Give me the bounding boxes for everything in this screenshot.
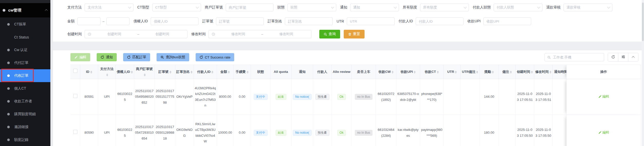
col-id[interactable]: ID	[80, 65, 98, 79]
column-label: 付款人	[317, 70, 327, 74]
col-payer_id[interactable]: 付款人ID	[194, 65, 217, 79]
sort-icon[interactable]	[510, 70, 512, 74]
sort-icon[interactable]	[191, 70, 193, 74]
sort-icon[interactable]	[414, 70, 416, 74]
column-label: 債權人ID	[117, 70, 130, 74]
match-order-button[interactable]: 匹配訂單	[123, 53, 150, 61]
refresh-icon-button[interactable]	[608, 53, 618, 61]
query-button[interactable]: 查询	[319, 30, 340, 38]
sidebar-item-pay-orders[interactable]: 代付訂單	[0, 56, 50, 69]
column-label: 支付方法	[100, 67, 114, 71]
sidebar-menu-header[interactable]: cw管理	[0, 3, 50, 17]
sidebar-item-quota-record[interactable]: 額度記錄	[0, 133, 50, 146]
col-utr_note[interactable]: UTR備注	[461, 65, 480, 79]
col-order_no[interactable]: 訂單號	[155, 65, 175, 79]
bullet-icon	[7, 49, 10, 51]
in_bus-tag: no In Bus	[355, 94, 373, 100]
sort-icon[interactable]	[131, 70, 133, 74]
sliders-icon-button[interactable]	[618, 53, 628, 61]
row-checkbox[interactable]	[73, 130, 77, 134]
col-note[interactable]: 備注	[499, 65, 516, 79]
edit-link[interactable]: 編輯	[598, 130, 609, 135]
col-recv_cw[interactable]: 收款CW	[376, 65, 396, 79]
col-notice: 通知	[292, 65, 313, 79]
filter-payer-status: 付款人狀態付款人狀態	[473, 4, 542, 11]
notice-select[interactable]: 通知	[350, 4, 399, 11]
sliders-icon	[621, 55, 625, 60]
col-recv_upi[interactable]: 收款UPI	[396, 65, 420, 79]
sort-icon[interactable]	[247, 70, 249, 74]
collapse-icon-button[interactable]	[628, 53, 638, 61]
ct-success-rate-button[interactable]: CT Success rate	[196, 53, 234, 61]
col-merchant_order_no[interactable]: 商戶訂單號	[134, 65, 155, 79]
status-select[interactable]: 狀態	[287, 4, 336, 11]
sort-icon[interactable]	[549, 70, 551, 74]
select-all-checkbox[interactable]	[73, 69, 77, 73]
modify-time-range-picker[interactable]: 修改时间–修改时间	[208, 30, 311, 38]
sort-icon[interactable]	[437, 70, 439, 74]
merchant-order-no-input[interactable]	[229, 6, 270, 9]
sort-icon[interactable]	[106, 73, 108, 77]
status-tag: 支付中	[254, 130, 268, 136]
sidebar-nav: CT賬單Ct StatusCw 认证代付訂單代收訂單個人CT收款工作者購買額度明…	[0, 17, 50, 146]
filter-label: 修改时间	[191, 32, 206, 36]
sidebar-item-personal-ct[interactable]: 個人CT	[0, 82, 50, 95]
sort-icon[interactable]	[169, 70, 171, 74]
query-bus-status-button[interactable]: 查詢bus狀態	[157, 53, 189, 61]
col-utr[interactable]: UTR	[444, 65, 461, 79]
col-created_at[interactable]: 创建时间	[516, 65, 534, 79]
sort-icon[interactable]	[144, 73, 146, 77]
create-time-range-picker[interactable]: 创建时间–创建时间	[85, 30, 187, 38]
payer-id-input[interactable]	[419, 20, 460, 23]
column-label: 狀態	[257, 70, 264, 74]
edit-button[interactable]: 編輯	[70, 53, 90, 61]
sidebar-item-quota-detail[interactable]: 購買額度明細	[0, 108, 50, 121]
creditor-id-input[interactable]	[154, 20, 195, 23]
row-checkbox[interactable]	[73, 94, 77, 98]
sort-icon[interactable]	[455, 70, 457, 74]
order-no-input[interactable]	[219, 20, 261, 23]
col-reward[interactable]: 獎勵	[480, 65, 499, 79]
sort-icon[interactable]	[492, 70, 494, 74]
utr-input[interactable]	[350, 20, 392, 23]
vertical-scrollbar[interactable]	[642, 0, 644, 146]
sidebar-item-collect-orders[interactable]: 代收訂單	[0, 69, 50, 82]
scrollbar-thumb[interactable]	[642, 3, 644, 41]
sidebar-item-invite-link[interactable]: 邀請鏈接	[0, 121, 50, 133]
sidebar-item-ct-status[interactable]: Ct Status	[0, 31, 50, 44]
sort-icon[interactable]	[392, 70, 394, 74]
sort-icon[interactable]	[476, 70, 478, 74]
column-label: 收款CT	[425, 70, 436, 74]
all-quota-select[interactable]: 所有額度	[420, 4, 469, 11]
filter-label: UTR	[337, 19, 344, 23]
sort-icon[interactable]	[228, 70, 230, 74]
filter-row-2: 金額–債權人ID訂單號訂單別名UTR付款人ID收款UPI	[67, 17, 644, 25]
payer-status-select[interactable]: 付款人狀態	[494, 4, 542, 11]
sidebar-item-cw-auth[interactable]: Cw 认证	[0, 44, 50, 56]
notify-button[interactable]: 通知	[97, 53, 117, 61]
sidebar-item-ct-bill[interactable]: CT賬單	[0, 18, 50, 31]
col-sel[interactable]	[70, 65, 80, 79]
col-fee[interactable]: 手續費	[233, 65, 251, 79]
col-order_alias[interactable]: 訂單別名	[175, 65, 194, 79]
ct-type-select[interactable]: CT類型	[152, 4, 201, 11]
search-input[interactable]	[552, 55, 601, 60]
payment-method-select[interactable]: 支付方法	[85, 4, 133, 11]
recv-upi-input[interactable]	[486, 20, 528, 23]
col-updated_at[interactable]: 修改时间	[534, 65, 553, 79]
sort-icon[interactable]	[531, 70, 533, 74]
order-alias-input[interactable]	[288, 20, 330, 23]
sidebar-scrollbar[interactable]	[50, 0, 53, 146]
col-recv_ct[interactable]: 收款CT	[420, 65, 444, 79]
amount-max-input[interactable]	[110, 20, 126, 23]
col-amount[interactable]: 金額	[217, 65, 233, 79]
sort-icon[interactable]	[90, 70, 92, 74]
sort-icon[interactable]	[211, 70, 213, 74]
amount-min-input[interactable]	[80, 20, 97, 23]
edit-link[interactable]: 編輯	[598, 94, 609, 99]
col-creditor_id[interactable]: 債權人ID	[116, 65, 134, 79]
refund-review-select[interactable]: 退款审核	[564, 4, 612, 11]
col-pay_method[interactable]: 支付方法	[98, 65, 116, 79]
sidebar-item-collect-workers[interactable]: 收款工作者	[0, 95, 50, 108]
reset-button[interactable]: 重置	[344, 30, 365, 38]
